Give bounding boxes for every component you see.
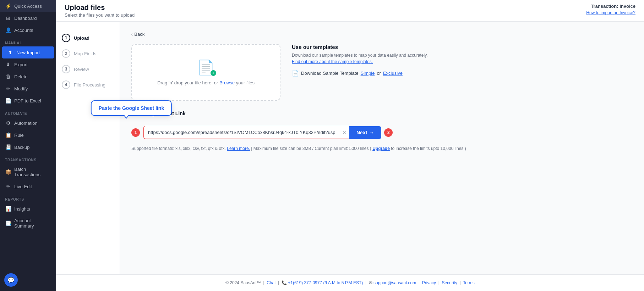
step-1-num: 1 xyxy=(62,34,70,42)
input-clear-icon[interactable]: ✕ xyxy=(342,130,346,135)
sidebar-item-rule[interactable]: 📋 Rule xyxy=(0,129,56,141)
step-1: 1 Upload xyxy=(62,30,114,46)
doc-icon: 📄 xyxy=(292,70,299,77)
next-button[interactable]: Next → xyxy=(349,126,381,139)
transaction-value: Invoice xyxy=(620,4,635,9)
file-dropzone[interactable]: 📄 + Drag 'n' drop your file here, or Bro… xyxy=(131,44,280,101)
step-3-label: Review xyxy=(74,67,89,72)
upload-plus-icon: + xyxy=(211,70,216,76)
new-import-icon: ⬆ xyxy=(7,50,13,55)
delete-icon: 🗑 xyxy=(5,74,11,79)
back-link[interactable]: ‹ Back xyxy=(131,32,633,37)
browse-link[interactable]: Browse xyxy=(219,80,235,85)
next-arrow-icon: → xyxy=(369,130,374,135)
dashboard-icon: ⊞ xyxy=(5,15,11,21)
exclusive-template-link[interactable]: Exclusive xyxy=(383,71,403,76)
sidebar-item-pdf-to-excel[interactable]: 📄 PDF to Excel xyxy=(0,95,56,107)
google-sheet-label: Use Google Sheet Link xyxy=(131,111,633,116)
step-4: 4 File Processing xyxy=(62,77,114,93)
modify-icon: ✏ xyxy=(5,86,11,91)
backup-icon: 💾 xyxy=(5,144,11,150)
sidebar-item-accounts[interactable]: 👤 Accounts xyxy=(0,24,56,36)
footer-email-icon: ✉ xyxy=(369,280,372,285)
sidebar-item-delete[interactable]: 🗑 Delete xyxy=(0,71,56,83)
step-2: 2 Map Fields xyxy=(62,46,114,61)
content-area: 1 Upload 2 Map Fields 3 Review 4 File Pr… xyxy=(56,22,644,274)
main-content: Upload files Select the files you want t… xyxy=(56,0,644,291)
sidebar-bottom: 💬 xyxy=(0,269,56,291)
page-footer: © 2024 SaasAnt™ | Chat | 📞 +1(619) 377-0… xyxy=(56,274,644,291)
help-link[interactable]: How to import an Invoice? xyxy=(586,10,635,15)
rule-icon: 📋 xyxy=(5,132,11,138)
topbar-left: Upload files Select the files you want t… xyxy=(65,4,135,18)
account-summary-icon: 📑 xyxy=(5,220,11,226)
reports-section-label: REPORTS xyxy=(0,192,56,203)
step-4-label: File Processing xyxy=(74,82,105,88)
drop-icon-container: 📄 + xyxy=(197,59,215,76)
footer-privacy-link[interactable]: Privacy xyxy=(422,280,436,285)
templates-heading: Use our templates xyxy=(292,44,633,50)
sidebar-item-insights[interactable]: 📊 Insights xyxy=(0,203,56,215)
footer-chat-link[interactable]: Chat xyxy=(267,280,275,285)
download-row: 📄 Download Sample Template Simple or Exc… xyxy=(292,70,633,77)
step-2-num: 2 xyxy=(62,49,70,58)
file-learn-more-link[interactable]: Learn more. xyxy=(227,146,250,151)
step-1-label: Upload xyxy=(74,35,89,41)
back-chevron-icon: ‹ xyxy=(131,32,133,37)
sidebar-item-dashboard[interactable]: ⊞ Dashboard xyxy=(0,12,56,24)
dropzone-text: Drag 'n' drop your file here, or Browse … xyxy=(157,80,255,85)
templates-panel: Use our templates Download our sample te… xyxy=(292,44,633,101)
chat-button[interactable]: 💬 xyxy=(4,273,18,287)
sidebar-item-quick-access[interactable]: ⚡ Quick Access xyxy=(0,0,56,12)
automate-section-label: AUTOMATE xyxy=(0,107,56,117)
footer-phone-icon: 📞 xyxy=(282,280,287,285)
upgrade-link[interactable]: Upgrade xyxy=(372,146,390,151)
pdf-icon: 📄 xyxy=(5,98,11,103)
chat-icon: 💬 xyxy=(7,277,15,284)
sidebar-item-batch-transactions[interactable]: 📦 Batch Transactions xyxy=(0,163,56,180)
step-3: 3 Review xyxy=(62,61,114,77)
sidebar: ⚡ Quick Access ⊞ Dashboard 👤 Accounts MA… xyxy=(0,0,56,291)
sidebar-item-modify[interactable]: ✏ Modify xyxy=(0,83,56,95)
download-label: Download Sample Template xyxy=(301,71,359,76)
next-label: Next xyxy=(356,130,367,135)
topbar: Upload files Select the files you want t… xyxy=(56,0,644,22)
automation-icon: ⚙ xyxy=(5,120,11,126)
accounts-icon: 👤 xyxy=(5,27,11,33)
step-2-label: Map Fields xyxy=(74,51,97,56)
manual-section-label: MANUAL xyxy=(0,36,56,46)
batch-icon: 📦 xyxy=(5,169,11,175)
footer-terms-link[interactable]: Terms xyxy=(463,280,475,285)
insights-icon: 📊 xyxy=(5,206,11,212)
sidebar-item-live-edit[interactable]: ✏ Live Edit xyxy=(0,180,56,192)
footer-email[interactable]: support@saasant.com xyxy=(373,280,416,285)
sidebar-item-backup[interactable]: 💾 Backup xyxy=(0,141,56,153)
page-title: Upload files xyxy=(65,4,135,12)
file-info: Supported file formats: xls, xlsx, csv, … xyxy=(131,146,633,151)
gs-input-wrapper: ✕ xyxy=(143,126,349,139)
quick-access-icon: ⚡ xyxy=(5,3,11,9)
sidebar-item-automation[interactable]: ⚙ Automation xyxy=(0,117,56,129)
footer-copyright: © 2024 SaasAnt™ xyxy=(225,280,261,285)
google-sheet-input[interactable] xyxy=(143,126,349,139)
sidebar-item-new-import[interactable]: ⬆ New Import xyxy=(2,46,54,58)
google-sheet-input-row: 1 ✕ Next → 2 xyxy=(131,126,633,139)
back-label: Back xyxy=(134,32,144,37)
sidebar-item-export[interactable]: ⬇ Export xyxy=(0,58,56,71)
topbar-right: Transaction: Invoice How to import an In… xyxy=(586,4,635,15)
step-4-num: 4 xyxy=(62,80,70,89)
step-3-num: 3 xyxy=(62,65,70,73)
footer-phone[interactable]: +1(619) 377-0977 (9 A.M to 5 P.M EST) xyxy=(288,280,363,285)
transaction-label: Transaction: Invoice xyxy=(591,4,635,9)
templates-description: Download our sample templates to map you… xyxy=(292,52,633,65)
step-badge-1: 1 xyxy=(131,128,140,137)
transactions-section-label: TRANSACTIONS xyxy=(0,153,56,163)
footer-security-link[interactable]: Security xyxy=(442,280,457,285)
sidebar-item-account-summary[interactable]: 📑 Account Summary xyxy=(0,215,56,232)
simple-template-link[interactable]: Simple xyxy=(361,71,375,76)
export-icon: ⬇ xyxy=(5,62,11,67)
step-badge-2: 2 xyxy=(384,128,393,137)
paste-tooltip-bubble: Paste the Google Sheet link xyxy=(91,100,172,116)
templates-learn-more[interactable]: Find out more about the sample templates… xyxy=(292,59,373,64)
live-edit-icon: ✏ xyxy=(5,184,11,189)
